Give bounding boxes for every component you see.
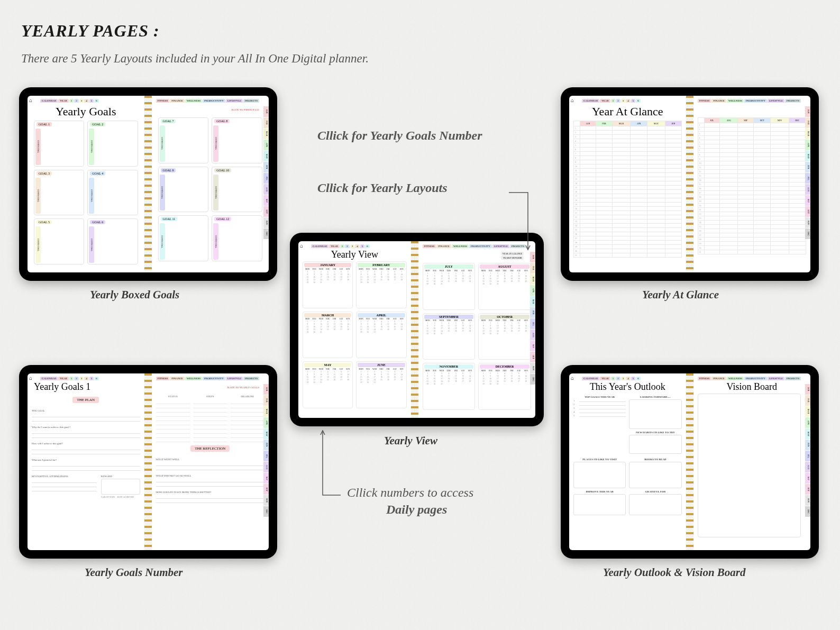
side-tab-jul[interactable]: JUL [530, 318, 535, 329]
side-tab-mar[interactable]: MAR [805, 406, 810, 417]
tab-wellness[interactable]: WELLNESS [727, 377, 744, 380]
side-tab-dec[interactable]: DEC [805, 506, 810, 517]
goto-goal[interactable]: GO TO GOAL [89, 129, 94, 165]
goto-goal[interactable]: GO TO GOAL [89, 226, 94, 263]
side-tab-mar[interactable]: MAR [263, 129, 269, 139]
tab-projects[interactable]: PROJECTS [785, 99, 801, 103]
tab-6[interactable]: 6 [94, 377, 99, 380]
side-tab-nov[interactable]: NOV [263, 495, 269, 506]
month-box[interactable]: APRILMONTUEWEDTHUFRISATSUN12345678910111… [356, 312, 406, 359]
side-tab-aug[interactable]: AUG [263, 184, 269, 195]
goal-box[interactable]: GOAL 4GO TO GOAL [87, 170, 138, 216]
goto-goal[interactable]: GO TO GOAL [89, 178, 94, 214]
side-tab-aug[interactable]: AUG [805, 184, 810, 195]
tab-3[interactable]: 3 [350, 244, 355, 248]
side-tab-apr[interactable]: APR [530, 285, 535, 296]
side-tab-jul[interactable]: JUL [805, 173, 810, 184]
tab-6[interactable]: 6 [636, 99, 641, 103]
home-icon[interactable]: ⌂ [300, 243, 306, 249]
goal-box[interactable]: GOAL 5GO TO GOAL [34, 218, 84, 264]
side-tab-jul[interactable]: JUL [263, 451, 269, 461]
tab-3[interactable]: 3 [621, 99, 626, 103]
side-tab-may[interactable]: MAY [805, 151, 810, 161]
goto-goal[interactable]: GO TO GOAL [35, 129, 41, 165]
side-tab-nov[interactable]: NOV [805, 495, 810, 506]
side-tab-oct[interactable]: OCT [530, 352, 535, 362]
month-box[interactable]: NOVEMBERMONTUEWEDTHUFRISATSUN12345678910… [423, 363, 476, 410]
side-tab-apr[interactable]: APR [805, 140, 810, 150]
tab-5[interactable]: 5 [631, 377, 636, 380]
tab-4[interactable]: 4 [84, 377, 89, 380]
tab-year[interactable]: YEAR [600, 377, 610, 380]
tab-lifestyle[interactable]: LIFESTYLE [768, 377, 784, 380]
month-box[interactable]: JULYMONTUEWEDTHUFRISATSUN123456789101112… [423, 263, 476, 310]
goal-box[interactable]: GOAL 6GO TO GOAL [87, 218, 138, 264]
tab-2[interactable]: 2 [616, 99, 620, 103]
side-tab-sep[interactable]: SEP [805, 195, 810, 206]
side-tab-feb[interactable]: FEB [805, 395, 810, 406]
side-tab-feb[interactable]: FEB [263, 117, 269, 128]
tab-1[interactable]: 1 [611, 99, 616, 103]
side-tab-jan[interactable]: JAN [805, 384, 810, 395]
side-tab-mar[interactable]: MAR [263, 406, 269, 417]
tab-projects[interactable]: PROJECTS [243, 377, 259, 380]
tab-projects[interactable]: PROJECTS [243, 99, 259, 103]
goto-goal[interactable]: GO TO GOAL [213, 125, 218, 162]
tab-1[interactable]: 1 [69, 99, 74, 103]
tab-fitness[interactable]: FITNESS [698, 99, 711, 103]
side-tab-jan[interactable]: JAN [263, 384, 269, 395]
tab-calendar[interactable]: CALENDAR [311, 244, 328, 248]
tab-year[interactable]: YEAR [58, 99, 69, 103]
tab-3[interactable]: 3 [621, 377, 626, 380]
side-tab-dec[interactable]: DEC [805, 229, 810, 239]
tab-finance[interactable]: FINANCE [436, 244, 451, 248]
side-tab-may[interactable]: MAY [530, 296, 535, 307]
side-tab-apr[interactable]: APR [263, 417, 269, 428]
goto-goal[interactable]: GO TO GOAL [35, 178, 41, 214]
tab-6[interactable]: 6 [365, 244, 370, 248]
side-tab-jun[interactable]: JUN [530, 307, 535, 318]
tab-4[interactable]: 4 [626, 377, 631, 380]
goal-box[interactable]: GOAL 1GO TO GOAL [34, 121, 84, 167]
side-tab-apr[interactable]: APR [805, 417, 810, 428]
goal-box[interactable]: GOAL 11GO TO GOAL [158, 215, 209, 261]
side-tab-aug[interactable]: AUG [530, 330, 535, 340]
tab-productivity[interactable]: PRODUCTIVITY [744, 377, 767, 380]
goal-box[interactable]: GOAL 10GO TO GOAL [212, 167, 262, 213]
side-tab-feb[interactable]: FEB [530, 263, 535, 273]
home-icon[interactable]: ⌂ [29, 97, 35, 104]
side-tab-jun[interactable]: JUN [805, 440, 810, 450]
tab-year[interactable]: YEAR [58, 377, 69, 380]
tab-fitness[interactable]: FITNESS [423, 244, 436, 248]
tab-wellness[interactable]: WELLNESS [185, 99, 202, 103]
side-tab-may[interactable]: MAY [263, 151, 269, 161]
side-tab-apr[interactable]: APR [263, 140, 269, 150]
side-tab-oct[interactable]: OCT [805, 484, 810, 495]
side-tab-may[interactable]: MAY [805, 428, 810, 439]
side-tab-jan[interactable]: JAN [805, 106, 810, 117]
tab-wellness[interactable]: WELLNESS [185, 377, 202, 380]
tab-5[interactable]: 5 [89, 99, 94, 103]
tab-4[interactable]: 4 [84, 99, 89, 103]
tab-finance[interactable]: FINANCE [711, 377, 726, 380]
goal-box[interactable]: GOAL 9GO TO GOAL [158, 167, 209, 213]
side-tab-nov[interactable]: NOV [805, 217, 810, 228]
tab-2[interactable]: 2 [616, 377, 620, 380]
side-tab-jun[interactable]: JUN [263, 162, 269, 172]
side-tab-jul[interactable]: JUL [263, 173, 269, 184]
tab-1[interactable]: 1 [340, 244, 345, 248]
side-tab-aug[interactable]: AUG [805, 462, 810, 472]
tab-calendar[interactable]: CALENDAR [40, 99, 58, 103]
side-tab-sep[interactable]: SEP [263, 195, 269, 206]
goto-goal[interactable]: GO TO GOAL [160, 223, 165, 260]
tab-projects[interactable]: PROJECTS [785, 377, 801, 380]
side-tab-jan[interactable]: JAN [263, 106, 269, 117]
goal-box[interactable]: GOAL 7GO TO GOAL [158, 117, 209, 163]
tab-year[interactable]: YEAR [329, 244, 340, 248]
side-tab-feb[interactable]: FEB [805, 117, 810, 128]
month-box[interactable]: MARCHMONTUEWEDTHUFRISATSUN12345678910111… [303, 312, 353, 359]
tab-1[interactable]: 1 [69, 377, 74, 380]
tab-lifestyle[interactable]: LIFESTYLE [226, 99, 243, 103]
goto-goal[interactable]: GO TO GOAL [160, 175, 165, 211]
tab-6[interactable]: 6 [94, 99, 99, 103]
